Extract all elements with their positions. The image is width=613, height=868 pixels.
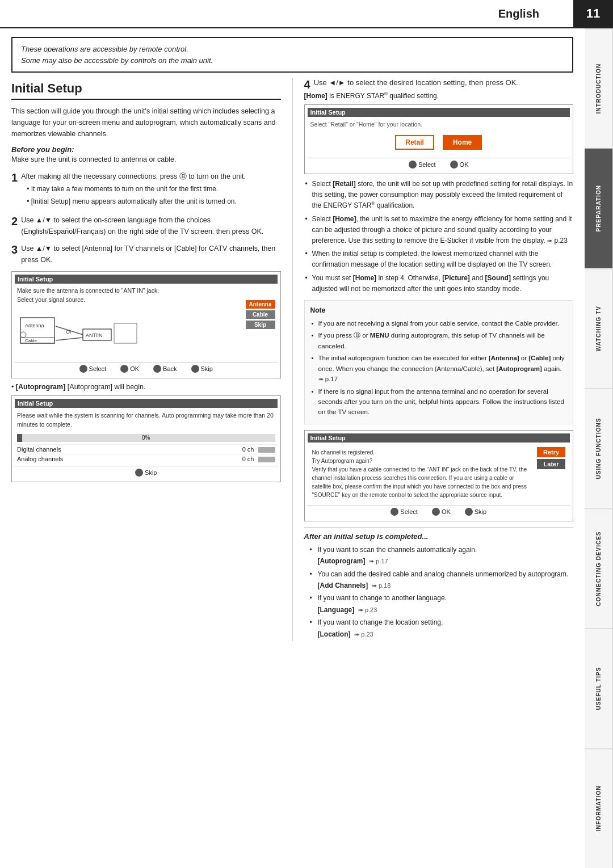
note-item-3: The initial autoprogram function can be … [310, 353, 568, 384]
after-setup-title: After an initial setup is completed... [304, 532, 574, 541]
svg-rect-10 [114, 323, 137, 343]
select-nav-4: Select [391, 508, 418, 516]
sidebar-tab-useful-tips[interactable]: USEFUL TIPS [585, 628, 613, 748]
after-setup-list: If you want to scan the channels automat… [304, 544, 574, 640]
retry-buttons: Retry Later [537, 447, 565, 500]
svg-point-2 [20, 332, 26, 338]
ok-label-d3: OK [460, 161, 469, 168]
svg-line-6 [56, 338, 83, 340]
before-begin-label: Before you begin: [11, 145, 281, 154]
progress-fill [17, 434, 22, 442]
svg-text:Cable: Cable [25, 338, 37, 343]
later-button[interactable]: Later [537, 459, 565, 469]
sidebar-tab-using-functions[interactable]: USING FUNCTIONS [585, 388, 613, 508]
svg-text:Or: Or [66, 329, 72, 335]
right-bullet-4: You must set [Home] in step 4. Otherwise… [304, 273, 574, 294]
step-4-content: Use ◄/► to select the desired location s… [314, 78, 573, 87]
step-3: 3 Use ▲/▼ to select [Antenna] for TV cha… [11, 243, 281, 266]
ok-circle-4 [432, 508, 440, 516]
cable-button[interactable]: Cable [246, 310, 275, 319]
right-bullet-2: Select [Home], the unit is set to maximi… [304, 214, 574, 247]
digital-channels-row: Digital channels 0 ch [15, 444, 278, 454]
step-4: 4 Use ◄/► to select the desired location… [304, 78, 574, 87]
skip-circle-2 [135, 469, 143, 477]
diagram1-title: Initial Setup [15, 275, 278, 284]
ok-nav-4: OK [432, 508, 451, 516]
skip-nav: Skip [191, 365, 213, 373]
back-label-d1: Back [163, 365, 177, 372]
diagram-antenna: Initial Setup Make sure the antenna is c… [11, 271, 281, 378]
diagram3-query: Select "Retail" or "Home" for your locat… [308, 119, 570, 129]
skip-label-d4: Skip [475, 508, 486, 515]
select-nav: Select [79, 365, 107, 373]
language-label: English [487, 7, 573, 20]
before-begin-text: Make sure the unit is connected to anten… [11, 154, 281, 165]
right-bullet-3: When the initial setup is completed, the… [304, 248, 574, 270]
ok-circle [120, 365, 128, 373]
retail-button[interactable]: Retail [395, 135, 434, 150]
back-nav: Back [153, 365, 177, 373]
home-energy-text: [Home] is ENERGY STAR® qualified setting… [304, 91, 574, 100]
ok-nav-3: OK [450, 161, 469, 168]
note-list: If you are not receiving a signal from y… [310, 318, 568, 418]
diagram2-title: Initial Setup [15, 399, 278, 408]
step-2-content: Use ▲/▼ to select the on-screen language… [21, 214, 280, 237]
step-2-text: Use ▲/▼ to select the on-screen language… [21, 216, 263, 235]
select-circle [79, 365, 87, 373]
home-button[interactable]: Home [443, 135, 482, 150]
sidebar-tab-preparation[interactable]: PREPARATION [585, 148, 613, 268]
skip-button-1[interactable]: Skip [246, 321, 275, 329]
diagram2-nav: Skip [15, 466, 278, 479]
two-col-layout: Initial Setup This section will guide yo… [11, 78, 573, 641]
skip-label-d1: Skip [201, 365, 213, 372]
diagram1-nav: Select OK Back Skip [15, 362, 278, 375]
analog-channels-label: Analog channels [17, 456, 63, 462]
analog-count-text: 0 ch [242, 456, 254, 462]
sidebar-tab-information[interactable]: INFORMATION [585, 748, 613, 868]
digital-channels-count: 0 ch [242, 446, 275, 453]
step-1-bullet-2: [Initial Setup] menu appears automatical… [27, 196, 280, 207]
select-label-d1: Select [89, 365, 107, 372]
top-bar: English 11 [0, 0, 613, 28]
sidebar-tab-introduction[interactable]: INTRODUCTION [585, 28, 613, 148]
antenna-svg: Antenna Cable Or [15, 306, 246, 357]
skip-nav-4: Skip [465, 508, 486, 516]
select-label-d3: Select [418, 161, 436, 168]
back-circle [153, 365, 161, 373]
note-title: Note [310, 305, 568, 316]
sidebar-tab-watching-tv[interactable]: WATCHING TV [585, 268, 613, 388]
sidebar-tab-connecting-devices[interactable]: CONNECTING DEVICES [585, 508, 613, 628]
step-2: 2 Use ▲/▼ to select the on-screen langua… [11, 214, 281, 237]
digital-channels-label: Digital channels [17, 446, 61, 453]
skip-circle [191, 365, 199, 373]
notice-line2: Some may also be accessible by controls … [21, 56, 213, 65]
right-bullet-list: Select [Retail] store, the unit will be … [304, 179, 574, 294]
analog-channels-count: 0 ch [242, 456, 275, 462]
select-circle-3 [409, 161, 417, 168]
select-circle-4 [391, 508, 398, 516]
antenna-button[interactable]: Antenna [246, 300, 275, 309]
autoprogram-label: [Autoprogram] will begin. [68, 383, 146, 391]
retry-button[interactable]: Retry [537, 447, 565, 457]
progress-bar: 0% [17, 434, 275, 442]
right-sidebar: INTRODUCTION PREPARATION WATCHING TV USI… [585, 28, 613, 868]
svg-text:ANT/IN: ANT/IN [86, 332, 103, 338]
notice-line1: These operations are accessible by remot… [21, 45, 188, 53]
after-setup-section: After an initial setup is completed... I… [304, 527, 574, 640]
note-item-1: If you are not receiving a signal from y… [310, 318, 568, 328]
step-1: 1 After making all the necessary connect… [11, 171, 281, 209]
skip-nav-2: Skip [135, 469, 157, 477]
digital-bar [258, 447, 275, 453]
note-box: Note If you are not receiving a signal f… [304, 300, 574, 424]
main-content: These operations are accessible by remot… [0, 28, 585, 641]
diagram3-nav: Select OK [308, 158, 570, 171]
step-1-number: 1 [11, 171, 18, 184]
after-item-4: If you want to change the location setti… [310, 617, 574, 640]
after-item-1: If you want to scan the channels automat… [310, 544, 574, 567]
ok-label-d4: OK [442, 508, 451, 515]
diagram4-nav: Select OK Skip [308, 505, 570, 518]
skip-circle-4 [465, 508, 473, 516]
select-label-d4: Select [400, 508, 418, 515]
notice-box: These operations are accessible by remot… [11, 37, 573, 73]
step-3-text: Use ▲/▼ to select [Antenna] for TV chann… [21, 245, 275, 264]
